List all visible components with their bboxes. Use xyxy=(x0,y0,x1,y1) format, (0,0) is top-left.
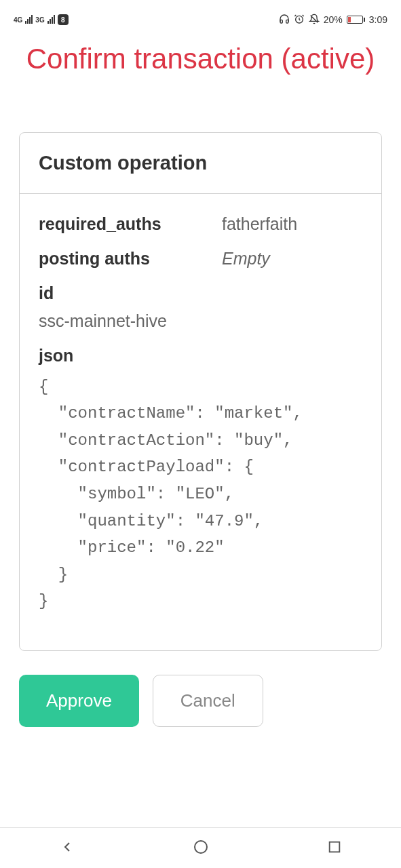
field-required-auths: required_auths fatherfaith xyxy=(39,214,362,234)
android-nav-bar xyxy=(0,827,401,868)
headphones-icon xyxy=(279,14,290,26)
card-header: Custom operation xyxy=(20,133,381,194)
field-value: fatherfaith xyxy=(222,214,297,234)
nav-recent-icon[interactable] xyxy=(327,840,342,857)
signal-bars-icon xyxy=(47,16,55,24)
network-4g-label: 4G xyxy=(14,16,22,24)
status-bar: 4G 3G 8 20% 3:09 xyxy=(0,0,401,34)
svg-point-1 xyxy=(195,841,207,853)
svg-rect-2 xyxy=(330,842,340,852)
approve-button[interactable]: Approve xyxy=(19,675,139,727)
field-label: id xyxy=(39,283,362,303)
operation-card: Custom operation required_auths fatherfa… xyxy=(19,132,382,651)
vpn-badge-icon: 8 xyxy=(58,14,69,25)
bell-off-icon xyxy=(309,14,320,26)
page-title: Confirm transaction (active) xyxy=(0,34,401,98)
field-value: ssc-mainnet-hive xyxy=(39,311,362,331)
network-3g-label: 3G xyxy=(35,16,44,24)
json-content: { "contractName": "market", "contractAct… xyxy=(39,374,362,615)
field-label: required_auths xyxy=(39,214,222,234)
nav-back-icon[interactable] xyxy=(59,839,75,858)
button-row: Approve Cancel xyxy=(0,665,401,747)
cancel-button[interactable]: Cancel xyxy=(153,675,263,727)
status-right: 20% 3:09 xyxy=(279,14,387,26)
field-value-empty: Empty xyxy=(222,249,270,269)
field-id: id ssc-mainnet-hive xyxy=(39,283,362,331)
field-posting-auths: posting auths Empty xyxy=(39,249,362,269)
card-body: required_auths fatherfaith posting auths… xyxy=(20,194,381,650)
field-label: posting auths xyxy=(39,249,222,269)
field-json: json { "contractName": "market", "contra… xyxy=(39,346,362,615)
clock-time: 3:09 xyxy=(369,14,387,25)
signal-bars-icon xyxy=(25,16,33,24)
nav-home-icon[interactable] xyxy=(193,839,209,858)
status-left: 4G 3G 8 xyxy=(14,14,69,25)
alarm-icon xyxy=(294,14,305,26)
field-label: json xyxy=(39,346,362,366)
battery-percent-label: 20% xyxy=(324,14,343,25)
battery-icon xyxy=(347,16,365,24)
